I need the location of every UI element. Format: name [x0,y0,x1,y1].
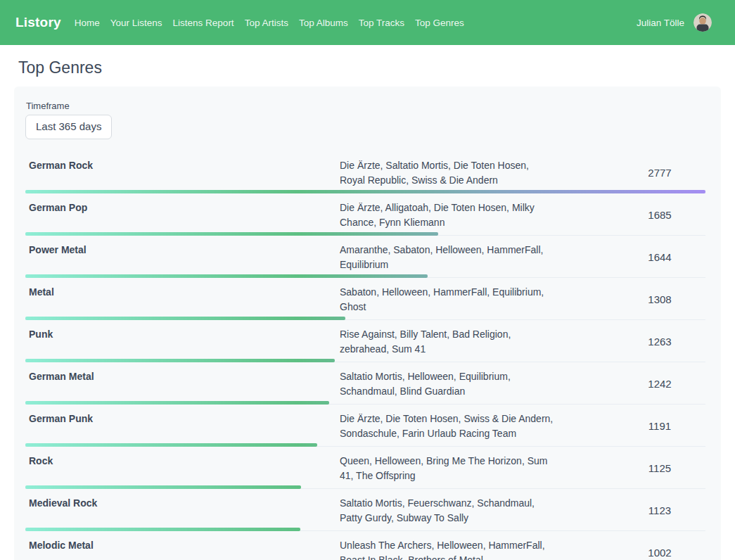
genre-name: Metal [25,285,340,314]
genre-count: 2777 [614,167,705,179]
genre-row-power-metal: Power Metal Amaranthe, Sabaton, Hellowee… [25,236,705,278]
timeframe-filter: Timeframe Last 365 days [25,101,705,139]
genre-count: 1242 [614,378,705,390]
genre-name: German Pop [25,201,340,230]
genre-artists: Amaranthe, Sabaton, Helloween, HammerFal… [340,243,556,272]
genre-row-german-rock: German Rock Die Ärzte, Saltatio Mortis, … [25,151,705,193]
genre-count: 1685 [614,209,705,221]
genre-row-metal: Metal Sabaton, Helloween, HammerFall, Eq… [25,278,705,320]
genre-count: 1644 [614,251,705,263]
genre-count: 1263 [614,336,705,348]
genre-count: 1308 [614,293,705,305]
genre-row-german-pop: German Pop Die Ärzte, Alligatoah, Die To… [25,193,705,236]
genre-name: Punk [25,327,340,357]
genre-artists: Saltatio Mortis, Helloween, Equilibrium,… [340,369,556,399]
nav-item-your-listens[interactable]: Your Listens [110,18,162,28]
navbar: Listory HomeYour ListensListens ReportTo… [0,0,735,45]
genre-artists: Die Ärzte, Alligatoah, Die Toten Hosen, … [340,201,556,230]
main-content: Top Genres Timeframe Last 365 days Germa… [0,58,735,560]
app-logo[interactable]: Listory [15,15,61,30]
genre-artists: Die Ärzte, Die Toten Hosen, Swiss & Die … [340,412,556,441]
nav-item-listens-report[interactable]: Listens Report [173,18,234,28]
genre-artists: Rise Against, Billy Talent, Bad Religion… [340,327,556,357]
genre-name: German Punk [25,412,340,441]
genre-row-medieval-rock: Medieval Rock Saltatio Mortis, Feuerschw… [25,489,705,531]
genre-name: Power Metal [25,243,340,272]
genre-name: Melodic Metal [25,538,340,560]
genre-artists: Saltatio Mortis, Feuerschwanz, Schandmau… [340,496,556,526]
genre-row-german-metal: German Metal Saltatio Mortis, Helloween,… [25,362,705,405]
user-menu[interactable]: Julian Tölle [637,13,712,32]
genre-artists: Die Ärzte, Saltatio Mortis, Die Toten Ho… [340,158,556,188]
genre-artists: Sabaton, Helloween, HammerFall, Equilibr… [340,285,556,314]
nav-item-top-albums[interactable]: Top Albums [299,18,348,28]
genre-count: 1002 [614,547,705,559]
genre-name: Medieval Rock [25,496,340,526]
genre-artists: Queen, Helloween, Bring Me The Horizon, … [340,454,556,483]
genre-row-punk: Punk Rise Against, Billy Talent, Bad Rel… [25,320,705,362]
genre-list: German Rock Die Ärzte, Saltatio Mortis, … [25,151,705,560]
genre-name: German Metal [25,369,340,399]
timeframe-label: Timeframe [26,101,705,111]
genre-count: 1125 [614,462,705,474]
genre-count: 1123 [614,504,705,516]
nav-item-top-artists[interactable]: Top Artists [245,18,288,28]
genre-row-german-punk: German Punk Die Ärzte, Die Toten Hosen, … [25,405,705,447]
genre-row-rock: Rock Queen, Helloween, Bring Me The Hori… [25,447,705,489]
nav-links: HomeYour ListensListens ReportTop Artist… [75,18,464,28]
nav-item-home[interactable]: Home [75,18,100,28]
genre-artists: Unleash The Archers, Helloween, HammerFa… [340,538,556,560]
user-avatar[interactable] [694,13,712,32]
user-name: Julian Tölle [637,18,684,28]
nav-item-top-tracks[interactable]: Top Tracks [359,18,404,28]
timeframe-select[interactable]: Last 365 days [25,115,112,139]
page-title: Top Genres [18,58,721,77]
user-photo-icon [694,13,712,32]
genre-name: German Rock [25,158,340,188]
genre-name: Rock [25,454,340,483]
genre-count: 1191 [614,420,705,432]
nav-item-top-genres[interactable]: Top Genres [415,18,464,28]
genres-card: Timeframe Last 365 days German Rock Die … [14,87,721,560]
genre-row-melodic-metal: Melodic Metal Unleash The Archers, Hello… [25,531,705,560]
